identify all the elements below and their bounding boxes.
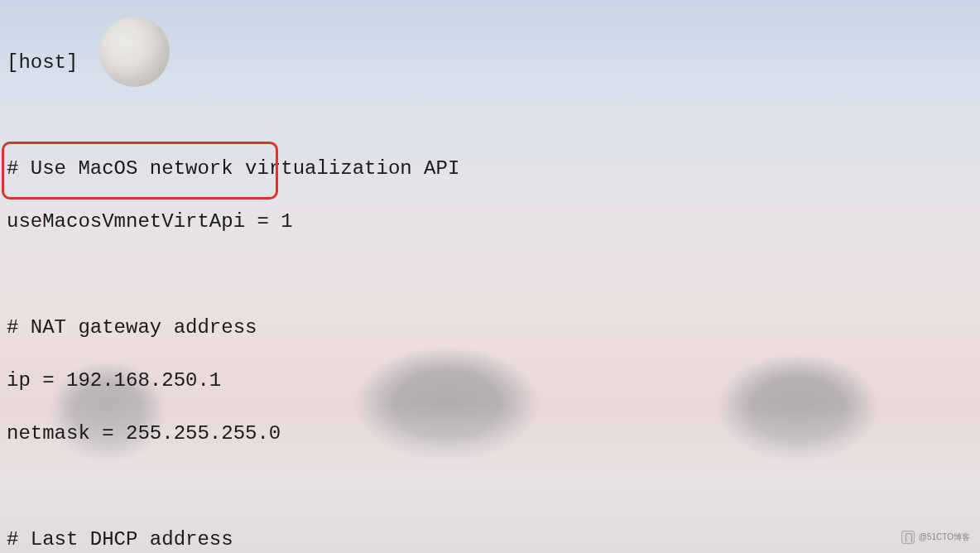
blank-line	[7, 474, 973, 500]
comment-virt-api: # Use MacOS network virtualization API	[7, 156, 973, 182]
watermark-icon	[901, 531, 915, 544]
watermark: @51CTO博客	[901, 524, 970, 551]
setting-ip: ip = 192.168.250.1	[7, 368, 973, 394]
blank-line	[7, 262, 973, 288]
watermark-text: @51CTO博客	[919, 532, 970, 541]
setting-netmask: netmask = 255.255.255.0	[7, 421, 973, 447]
comment-nat-gateway: # NAT gateway address	[7, 315, 973, 341]
blank-line	[7, 103, 973, 129]
section-header: [host]	[7, 50, 973, 76]
config-file-text: [host] # Use MacOS network virtualizatio…	[0, 0, 980, 553]
setting-virt-api: useMacosVmnetVirtApi = 1	[7, 209, 973, 235]
comment-last-dhcp: # Last DHCP address	[7, 527, 973, 553]
